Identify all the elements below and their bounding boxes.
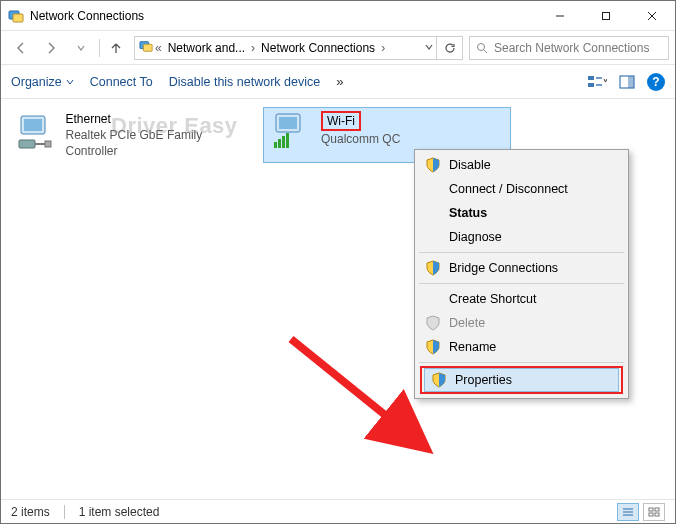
forward-button[interactable] (37, 36, 65, 60)
app-icon (8, 8, 24, 24)
svg-rect-33 (649, 513, 653, 516)
search-icon (476, 42, 488, 54)
breadcrumb-seg2[interactable]: Network Connections (257, 41, 379, 55)
svg-rect-18 (19, 140, 35, 148)
status-bar: 2 items 1 item selected (1, 499, 675, 523)
connection-name: Wi-Fi (321, 111, 400, 131)
organize-menu[interactable]: Organize (11, 75, 74, 89)
content-area: Driver Easy Ethernet Realtek PCIe G (1, 99, 675, 501)
svg-rect-20 (45, 141, 51, 147)
svg-rect-24 (278, 139, 281, 148)
svg-rect-23 (274, 142, 277, 148)
context-menu: Disable Connect / Disconnect Status Diag… (414, 149, 629, 399)
chevron-icon: « (153, 41, 164, 55)
svg-rect-15 (628, 76, 634, 88)
svg-rect-1 (13, 14, 23, 22)
window-network-connections: Network Connections « Network and... › N… (0, 0, 676, 524)
view-options-button[interactable] (587, 74, 607, 90)
blank-icon (425, 181, 441, 197)
window-controls (537, 1, 675, 30)
svg-rect-31 (649, 508, 653, 511)
connection-adapter: Qualcomm QC (321, 131, 400, 147)
connection-name: Ethernet (66, 111, 252, 127)
breadcrumb-seg1[interactable]: Network and... (164, 41, 249, 55)
more-tools-button[interactable]: » (336, 74, 344, 89)
disable-device-button[interactable]: Disable this network device (169, 75, 320, 89)
menu-separator (419, 252, 624, 253)
toolbar: Organize Connect To Disable this network… (1, 65, 675, 99)
ethernet-icon (15, 111, 58, 153)
chevron-icon[interactable]: › (249, 41, 257, 55)
svg-rect-3 (603, 12, 610, 19)
ctx-diagnose[interactable]: Diagnose (417, 225, 626, 249)
status-selection-count: 1 item selected (79, 505, 160, 519)
close-button[interactable] (629, 1, 675, 30)
svg-rect-10 (588, 76, 594, 80)
minimize-button[interactable] (537, 1, 583, 30)
menu-separator (419, 283, 624, 284)
svg-rect-34 (655, 513, 659, 516)
ctx-delete: Delete (417, 311, 626, 335)
navbar: « Network and... › Network Connections ›… (1, 31, 675, 65)
shield-icon (425, 157, 441, 173)
ctx-status[interactable]: Status (417, 201, 626, 225)
large-icons-view-button[interactable] (643, 503, 665, 521)
address-icon (139, 39, 153, 56)
svg-rect-22 (279, 117, 297, 129)
svg-line-27 (291, 339, 421, 444)
blank-icon (425, 205, 441, 221)
svg-rect-25 (282, 136, 285, 148)
svg-rect-26 (286, 133, 289, 148)
shield-icon (425, 315, 441, 331)
ctx-connect-disconnect[interactable]: Connect / Disconnect (417, 177, 626, 201)
titlebar: Network Connections (1, 1, 675, 31)
ctx-bridge[interactable]: Bridge Connections (417, 256, 626, 280)
highlight-properties: Properties (420, 366, 623, 394)
ctx-disable[interactable]: Disable (417, 153, 626, 177)
refresh-button[interactable] (436, 37, 462, 59)
help-button[interactable]: ? (647, 73, 665, 91)
status-item-count: 2 items (11, 505, 50, 519)
address-bar[interactable]: « Network and... › Network Connections › (134, 36, 463, 60)
blank-icon (425, 291, 441, 307)
preview-pane-button[interactable] (619, 75, 635, 89)
search-placeholder: Search Network Connections (494, 41, 649, 55)
history-dropdown-icon[interactable] (422, 41, 436, 55)
svg-point-8 (478, 43, 485, 50)
chevron-icon[interactable]: › (379, 41, 387, 55)
maximize-button[interactable] (583, 1, 629, 30)
svg-rect-17 (24, 119, 42, 131)
up-button[interactable] (104, 36, 128, 60)
svg-rect-32 (655, 508, 659, 511)
connection-item-ethernet[interactable]: Ethernet Realtek PCIe GbE Family Control… (9, 107, 257, 163)
connect-to-button[interactable]: Connect To (90, 75, 153, 89)
menu-separator (419, 362, 624, 363)
wifi-icon (269, 111, 313, 153)
back-button[interactable] (7, 36, 35, 60)
blank-icon (425, 229, 441, 245)
svg-line-9 (484, 50, 487, 53)
ctx-rename[interactable]: Rename (417, 335, 626, 359)
shield-icon (425, 339, 441, 355)
ctx-create-shortcut[interactable]: Create Shortcut (417, 287, 626, 311)
svg-rect-11 (588, 83, 594, 87)
ctx-properties[interactable]: Properties (424, 368, 619, 392)
chevron-down-icon (66, 78, 74, 86)
shield-icon (431, 372, 447, 388)
status-separator (64, 505, 65, 519)
nav-separator (99, 39, 100, 57)
shield-icon (425, 260, 441, 276)
window-title: Network Connections (30, 9, 537, 23)
recent-dropdown[interactable] (67, 36, 95, 60)
connection-adapter: Realtek PCIe GbE Family Controller (66, 127, 252, 159)
svg-rect-7 (143, 44, 152, 51)
details-view-button[interactable] (617, 503, 639, 521)
search-box[interactable]: Search Network Connections (469, 36, 669, 60)
